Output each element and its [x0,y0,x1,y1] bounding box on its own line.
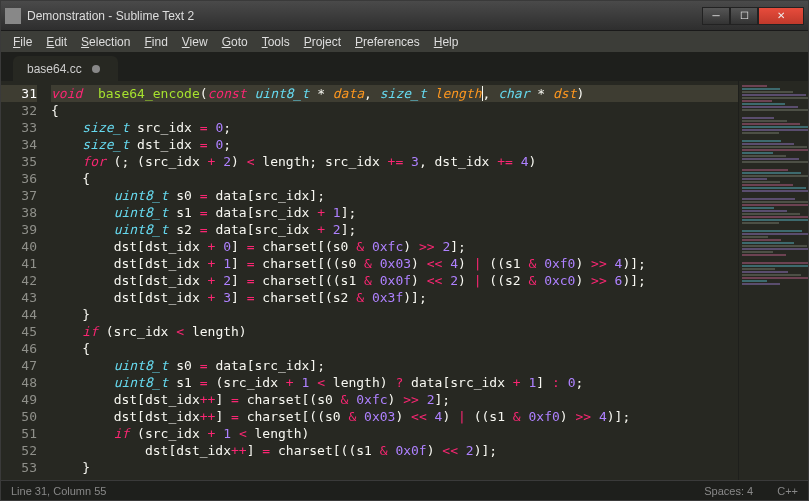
titlebar[interactable]: Demonstration - Sublime Text 2 ─ ☐ ✕ [1,1,808,31]
syntax-language[interactable]: C++ [777,485,798,497]
cursor-position[interactable]: Line 31, Column 55 [11,485,106,497]
maximize-button[interactable]: ☐ [730,7,758,25]
menu-preferences[interactable]: Preferences [349,33,426,51]
line-gutter[interactable]: 3132333435363738394041424344454647484950… [1,81,43,480]
menu-file[interactable]: File [7,33,38,51]
menu-edit[interactable]: Edit [40,33,73,51]
menu-project[interactable]: Project [298,33,347,51]
menu-tools[interactable]: Tools [256,33,296,51]
app-window: Demonstration - Sublime Text 2 ─ ☐ ✕ Fil… [0,0,809,501]
dirty-indicator-icon [92,65,100,73]
app-icon [5,8,21,24]
statusbar: Line 31, Column 55 Spaces: 4 C++ [1,480,808,500]
minimize-button[interactable]: ─ [702,7,730,25]
tab-base64[interactable]: base64.cc [13,56,118,81]
indent-setting[interactable]: Spaces: 4 [704,485,753,497]
menu-goto[interactable]: Goto [216,33,254,51]
menu-view[interactable]: View [176,33,214,51]
menu-help[interactable]: Help [428,33,465,51]
menu-find[interactable]: Find [138,33,173,51]
menubar: File Edit Selection Find View Goto Tools… [1,31,808,53]
code-area[interactable]: void base64_encode(const uint8_t * data,… [43,81,738,480]
tab-label: base64.cc [27,62,82,76]
window-title: Demonstration - Sublime Text 2 [27,9,702,23]
tabbar: base64.cc [1,53,808,81]
menu-selection[interactable]: Selection [75,33,136,51]
minimap[interactable] [738,81,808,480]
editor: 3132333435363738394041424344454647484950… [1,81,808,480]
close-button[interactable]: ✕ [758,7,804,25]
